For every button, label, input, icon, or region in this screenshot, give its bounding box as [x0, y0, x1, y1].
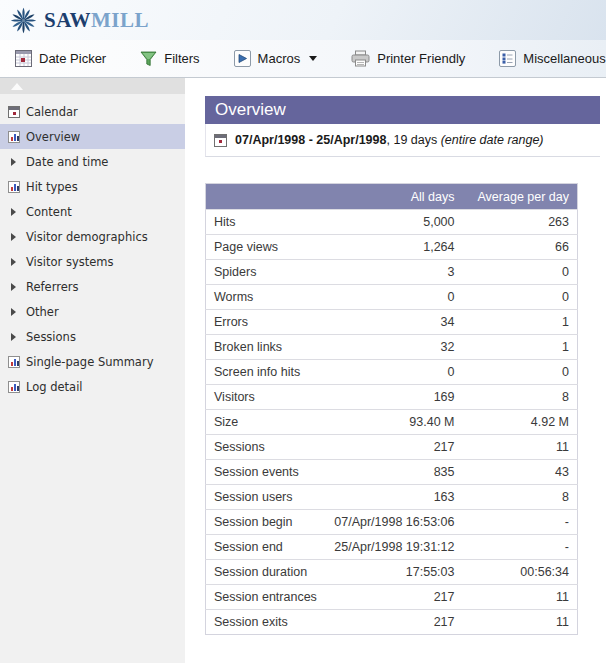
table-row: Sessions21711	[206, 435, 578, 460]
sidebar-item-visitor-systems[interactable]: Visitor systems	[0, 249, 185, 274]
avg-per-day-value: 8	[463, 485, 578, 510]
sawmill-fan-logo-icon	[10, 7, 37, 34]
metric-label: Hits	[206, 210, 323, 235]
macros-button[interactable]: Macros	[234, 50, 318, 67]
sidebar-item-overview[interactable]: Overview	[0, 124, 185, 149]
sidebar-item-label: Sessions	[26, 330, 76, 344]
logo-saw-text: SAW	[44, 8, 91, 32]
sidebar-item-calendar[interactable]: Calendar	[0, 99, 185, 124]
dropdown-arrow-icon	[309, 56, 317, 61]
table-row: Visitors1698	[206, 385, 578, 410]
sidebar-item-label: Log detail	[26, 380, 83, 394]
metric-label: Session users	[206, 485, 323, 510]
miscellaneous-button[interactable]: Miscellaneous	[499, 50, 606, 67]
sidebar-item-content[interactable]: Content	[0, 199, 185, 224]
report-sidebar: Calendar Overview Date and time Hit type…	[0, 78, 185, 663]
toolbar: Date Picker Filters Macros Printer Frien…	[0, 40, 606, 78]
metric-label: Sessions	[206, 435, 323, 460]
expand-arrow-icon	[11, 258, 16, 266]
avg-per-day-value: 4.92 M	[463, 410, 578, 435]
printer-friendly-button[interactable]: Printer Friendly	[351, 50, 465, 67]
avg-per-day-value: -	[463, 510, 578, 535]
sidebar-item-label: Single-page Summary	[26, 355, 153, 369]
metric-label: Visitors	[206, 385, 323, 410]
column-header-metric	[206, 184, 323, 210]
sidebar-item-sessions[interactable]: Sessions	[0, 324, 185, 349]
page-title: Overview	[205, 96, 600, 124]
all-days-value: 93.40 M	[323, 410, 463, 435]
column-header-average-per-day: Average per day	[463, 184, 578, 210]
table-row: Session exits21711	[206, 610, 578, 635]
report-main-panel: Overview 07/Apr/1998 - 25/Apr/1998, 19 d…	[185, 78, 606, 663]
table-row: Screen info hits00	[206, 360, 578, 385]
expand-arrow-icon	[11, 233, 16, 241]
sidebar-item-label: Overview	[26, 130, 80, 144]
date-picker-label: Date Picker	[39, 51, 106, 66]
avg-per-day-value: -	[463, 535, 578, 560]
all-days-value: 32	[323, 335, 463, 360]
date-picker-button[interactable]: Date Picker	[15, 50, 106, 67]
bar-chart-icon	[8, 181, 20, 193]
all-days-value: 25/Apr/1998 19:31:12	[323, 535, 463, 560]
bar-chart-icon	[8, 356, 20, 368]
all-days-value: 17:55:03	[323, 560, 463, 585]
all-days-value: 34	[323, 310, 463, 335]
all-days-value: 1,264	[323, 235, 463, 260]
printer-icon	[351, 50, 370, 67]
avg-per-day-value: 11	[463, 435, 578, 460]
sidebar-item-other[interactable]: Other	[0, 299, 185, 324]
all-days-value: 0	[323, 285, 463, 310]
sidebar-item-single-page-summary[interactable]: Single-page Summary	[0, 349, 185, 374]
date-range-bar: 07/Apr/1998 - 25/Apr/1998, 19 days (enti…	[205, 124, 600, 157]
scroll-up-arrow-icon	[11, 83, 23, 90]
all-days-value: 0	[323, 360, 463, 385]
avg-per-day-value: 43	[463, 460, 578, 485]
date-range-note: (entire date range)	[441, 133, 544, 147]
metric-label: Session entrances	[206, 585, 323, 610]
filter-funnel-icon	[140, 51, 157, 67]
sidebar-item-referrers[interactable]: Referrers	[0, 274, 185, 299]
calendar-icon	[15, 50, 32, 67]
avg-per-day-value: 263	[463, 210, 578, 235]
avg-per-day-value: 00:56:34	[463, 560, 578, 585]
filters-label: Filters	[164, 51, 199, 66]
table-row: Session duration17:55:0300:56:34	[206, 560, 578, 585]
date-range-days: , 19 days	[386, 133, 440, 147]
table-row: Errors341	[206, 310, 578, 335]
expand-arrow-icon	[11, 158, 16, 166]
sidebar-item-label: Hit types	[26, 180, 78, 194]
sidebar-item-hit-types[interactable]: Hit types	[0, 174, 185, 199]
table-row: Size93.40 M4.92 M	[206, 410, 578, 435]
sidebar-item-log-detail[interactable]: Log detail	[0, 374, 185, 399]
table-row: Session begin07/Apr/1998 16:53:06-	[206, 510, 578, 535]
avg-per-day-value: 1	[463, 335, 578, 360]
sidebar-report-list: Calendar Overview Date and time Hit type…	[0, 94, 185, 399]
sidebar-item-date-and-time[interactable]: Date and time	[0, 149, 185, 174]
metric-label: Broken links	[206, 335, 323, 360]
metric-label: Size	[206, 410, 323, 435]
all-days-value: 3	[323, 260, 463, 285]
expand-arrow-icon	[11, 308, 16, 316]
sidebar-item-label: Other	[26, 305, 59, 319]
all-days-value: 217	[323, 610, 463, 635]
expand-arrow-icon	[11, 283, 16, 291]
metric-label: Session events	[206, 460, 323, 485]
date-range-value: 07/Apr/1998 - 25/Apr/1998	[235, 133, 386, 147]
table-row: Hits5,000263	[206, 210, 578, 235]
sidebar-scroll-up[interactable]	[0, 78, 185, 94]
macros-label: Macros	[258, 51, 301, 66]
sidebar-item-visitor-demographics[interactable]: Visitor demographics	[0, 224, 185, 249]
metric-label: Worms	[206, 285, 323, 310]
miscellaneous-label: Miscellaneous	[523, 51, 605, 66]
bar-chart-icon	[8, 131, 20, 143]
overview-stats-table: All days Average per day Hits5,000263 Pa…	[205, 183, 578, 635]
table-row: Page views1,26466	[206, 235, 578, 260]
avg-per-day-value: 11	[463, 610, 578, 635]
all-days-value: 5,000	[323, 210, 463, 235]
metric-label: Errors	[206, 310, 323, 335]
filters-button[interactable]: Filters	[140, 51, 199, 67]
printer-friendly-label: Printer Friendly	[377, 51, 465, 66]
avg-per-day-value: 8	[463, 385, 578, 410]
logo-mill-text: MILL	[91, 8, 149, 32]
list-icon	[499, 50, 516, 67]
